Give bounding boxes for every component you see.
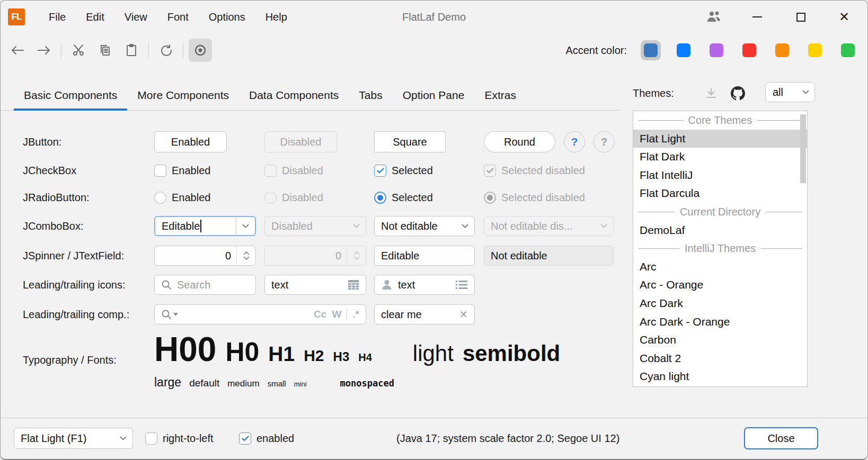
download-icon[interactable] bbox=[701, 83, 722, 104]
whole-word-icon[interactable]: W bbox=[332, 309, 341, 320]
menu-font[interactable]: Font bbox=[157, 8, 199, 26]
accent-swatch-purple[interactable] bbox=[706, 40, 727, 60]
menu-view[interactable]: View bbox=[114, 8, 157, 26]
menu-file[interactable]: File bbox=[39, 8, 76, 26]
themes-scrollbar-thumb[interactable] bbox=[800, 114, 806, 183]
minimize-button[interactable] bbox=[743, 5, 771, 29]
accent-swatch-yellow[interactable] bbox=[805, 40, 825, 60]
radio-enabled[interactable]: Enabled bbox=[154, 187, 210, 208]
radio-selected[interactable]: Selected bbox=[374, 187, 433, 208]
h3-sample: H3 bbox=[333, 349, 350, 364]
jspinner-label: JSpinner / JTextField: bbox=[23, 245, 124, 266]
h00-sample: H00 bbox=[154, 330, 216, 369]
themes-group-core: Core Themes bbox=[633, 111, 807, 130]
checkbox-enabled[interactable]: Enabled bbox=[154, 160, 210, 181]
tab-extras[interactable]: Extras bbox=[474, 80, 526, 110]
menu-help[interactable]: Help bbox=[255, 8, 297, 26]
match-case-icon[interactable]: Cc bbox=[314, 309, 326, 320]
theme-dark-flat[interactable]: Dark Flat bbox=[633, 386, 807, 387]
tab-tabs[interactable]: Tabs bbox=[349, 80, 392, 110]
enabled-button[interactable]: Enabled bbox=[154, 131, 227, 152]
theme-flat-intellij[interactable]: Flat IntelliJ bbox=[633, 166, 807, 185]
tab-basic-components[interactable]: Basic Components bbox=[14, 80, 127, 110]
menu-options[interactable]: Options bbox=[199, 8, 255, 26]
checkbox-checked-icon bbox=[374, 165, 386, 177]
clearable-input[interactable]: clear me ✕ bbox=[374, 304, 475, 324]
jradiobutton-label: JRadioButton: bbox=[23, 187, 90, 208]
tab-data-components[interactable]: Data Components bbox=[239, 80, 349, 110]
theme-arc-orange[interactable]: Arc - Orange bbox=[633, 276, 807, 294]
list-icon[interactable] bbox=[455, 280, 468, 290]
forward-button[interactable] bbox=[32, 39, 56, 62]
accent-swatch-blue[interactable] bbox=[674, 40, 694, 60]
cut-button[interactable] bbox=[67, 39, 90, 62]
search-with-options-input[interactable]: Cc W .* bbox=[154, 304, 366, 324]
chevron-down-icon[interactable] bbox=[455, 217, 474, 236]
textfield-editable[interactable]: Editable bbox=[374, 246, 475, 266]
enabled-checkbox[interactable]: enabled bbox=[239, 428, 294, 449]
theme-carbon[interactable]: Carbon bbox=[633, 331, 807, 349]
close-window-button[interactable]: ✕ bbox=[830, 5, 858, 29]
text-field-with-table-icon[interactable]: text bbox=[264, 275, 366, 295]
regex-icon[interactable]: .* bbox=[352, 309, 359, 320]
accent-swatch-green[interactable] bbox=[838, 40, 858, 60]
tab-more-components[interactable]: More Components bbox=[127, 80, 239, 110]
statusbar: Flat Light (F1) right-to-left enabled (J… bbox=[1, 418, 867, 459]
flatlaf-demo-window: FL File Edit View Font Options Help Flat… bbox=[0, 0, 868, 460]
users-icon[interactable] bbox=[700, 5, 728, 29]
theme-flat-dark[interactable]: Flat Dark bbox=[633, 148, 807, 166]
accent-swatch-default[interactable] bbox=[641, 40, 661, 60]
spinner-arrows-icon bbox=[347, 246, 366, 265]
text-field-with-person-icon[interactable]: text bbox=[374, 275, 475, 295]
checkbox-selected[interactable]: Selected bbox=[374, 160, 433, 181]
github-icon[interactable] bbox=[727, 83, 748, 104]
table-icon[interactable] bbox=[348, 279, 359, 290]
search-input[interactable]: Search bbox=[154, 275, 256, 295]
copy-button[interactable] bbox=[93, 39, 117, 62]
paste-button[interactable] bbox=[120, 39, 143, 62]
close-button[interactable]: Close bbox=[744, 427, 818, 449]
spinner-arrows-icon[interactable] bbox=[236, 246, 255, 265]
row-leading-trailing-comp: Leading/trailing comp.: Cc W .* clear me bbox=[1, 304, 618, 325]
theme-flat-light[interactable]: Flat Light bbox=[633, 130, 807, 148]
theme-arc[interactable]: Arc bbox=[633, 258, 807, 276]
round-button[interactable]: Round bbox=[484, 131, 555, 152]
chevron-down-icon[interactable] bbox=[113, 428, 132, 448]
theme-arc-dark-orange[interactable]: Arc Dark - Orange bbox=[633, 313, 807, 331]
search-dropdown-icon[interactable] bbox=[161, 309, 178, 320]
theme-demolaf[interactable]: DemoLaf bbox=[633, 221, 807, 240]
back-button[interactable] bbox=[6, 39, 29, 62]
right-to-left-checkbox[interactable]: right-to-left bbox=[145, 428, 214, 449]
default-sample: default bbox=[189, 377, 219, 389]
laf-combobox[interactable]: Flat Light (F1) bbox=[14, 428, 133, 449]
menu-edit[interactable]: Edit bbox=[76, 8, 114, 26]
accent-swatch-orange[interactable] bbox=[772, 40, 792, 60]
person-icon bbox=[381, 279, 393, 291]
combobox-not-editable[interactable]: Not editable bbox=[374, 216, 475, 236]
show-hidden-toggle[interactable] bbox=[189, 39, 212, 62]
square-button[interactable]: Square bbox=[374, 131, 446, 152]
row-jspinner-jtextfield: JSpinner / JTextField: 0 0 Editable Not … bbox=[1, 245, 618, 266]
combobox-editable[interactable]: Editable bbox=[154, 216, 256, 236]
tab-option-pane[interactable]: Option Pane bbox=[393, 80, 475, 110]
app-logo-icon: FL bbox=[8, 8, 25, 25]
themes-filter-value: all bbox=[766, 86, 796, 98]
medium-sample: medium bbox=[227, 378, 259, 389]
h1-sample: H1 bbox=[268, 342, 295, 366]
spinner[interactable]: 0 bbox=[154, 246, 256, 266]
clear-icon[interactable]: ✕ bbox=[459, 308, 468, 321]
theme-cobalt-2[interactable]: Cobalt 2 bbox=[633, 349, 807, 368]
themes-filter-combobox[interactable]: all bbox=[765, 82, 815, 102]
help-button[interactable]: ? bbox=[564, 131, 585, 152]
chevron-down-icon bbox=[594, 217, 613, 236]
theme-arc-dark[interactable]: Arc Dark bbox=[633, 294, 807, 313]
refresh-button[interactable] bbox=[154, 39, 178, 62]
theme-cyan-light[interactable]: Cyan light bbox=[633, 367, 807, 386]
checkbox-disabled: Disabled bbox=[264, 160, 323, 181]
accent-swatch-red[interactable] bbox=[739, 40, 759, 60]
disabled-button: Disabled bbox=[264, 131, 337, 152]
maximize-button[interactable] bbox=[787, 5, 814, 29]
chevron-down-icon[interactable] bbox=[236, 217, 255, 235]
accent-color-label: Accent color: bbox=[565, 44, 627, 57]
theme-flat-darcula[interactable]: Flat Darcula bbox=[633, 184, 807, 203]
